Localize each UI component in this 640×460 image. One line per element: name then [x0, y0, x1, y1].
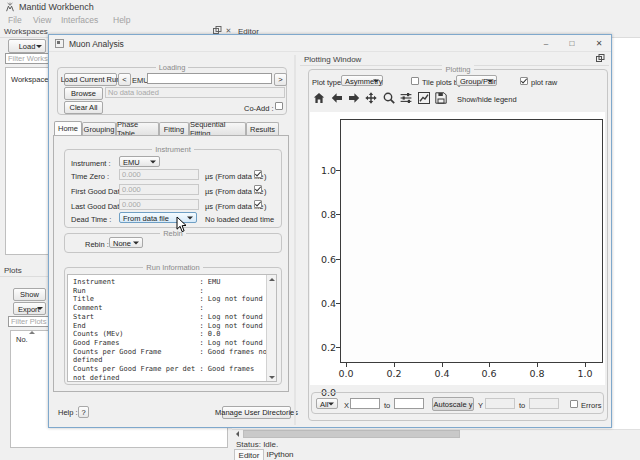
scroll-down-arrow-icon[interactable] [267, 373, 276, 381]
muon-analysis-title-bar: Muon Analysis – □ ✕ [49, 35, 611, 52]
tab-ipython[interactable]: IPython [264, 449, 296, 460]
run-information-group-title: Run Information [143, 263, 202, 272]
clear-all-button[interactable]: Clear All [64, 101, 103, 114]
save-figure-icon[interactable] [435, 92, 447, 104]
errors-label: Errors [581, 401, 601, 410]
menu-file[interactable]: File [8, 15, 22, 25]
dialog-splitter[interactable] [294, 55, 296, 425]
show-hide-legend-label[interactable]: Show/hide legend [457, 95, 517, 104]
autoscale-y-button[interactable]: Autoscale y [432, 397, 474, 411]
plot-selector-combo[interactable]: All [316, 398, 338, 409]
run-number-input[interactable] [147, 73, 272, 84]
menu-view[interactable]: View [33, 15, 51, 25]
configure-subplots-icon[interactable] [400, 92, 412, 104]
tile-plots-by-combo[interactable]: Group/Pair [456, 75, 497, 86]
y-min-input[interactable] [485, 398, 515, 409]
scrollbar-thumb[interactable] [243, 430, 460, 438]
tab-editor[interactable]: Editor [234, 449, 264, 460]
forward-arrow-icon[interactable] [348, 92, 360, 104]
next-run-button[interactable]: > [274, 73, 287, 86]
plotting-group-title: Plotting [442, 65, 473, 74]
mantid-workbench-window: Mantid Workbench File View Interfaces He… [0, 0, 640, 460]
chevron-down-icon [37, 307, 43, 310]
mantid-logo-icon [5, 2, 15, 12]
browse-button[interactable]: Browse [64, 87, 103, 100]
load-status-field: No data loaded [105, 87, 285, 98]
first-good-data-from-file-checkbox[interactable] [254, 185, 262, 193]
help-label: Help : [58, 408, 78, 417]
tab-results[interactable]: Results [246, 122, 279, 135]
tile-plots-checkbox[interactable] [411, 77, 419, 85]
run-information-scrollbar[interactable] [266, 275, 276, 381]
back-arrow-icon[interactable] [331, 92, 343, 104]
window-title: Mantid Workbench [19, 2, 94, 12]
plot-type-combo[interactable]: Asymmetry [341, 75, 383, 86]
maximize-button[interactable]: □ [564, 38, 580, 50]
rebin-combo[interactable]: None [109, 237, 143, 248]
load-current-run-button[interactable]: Load Current Run [64, 73, 117, 86]
tab-fitting[interactable]: Fitting [159, 122, 189, 135]
editor-horizontal-scrollbar[interactable] [232, 429, 640, 439]
menu-help[interactable]: Help [113, 15, 130, 25]
chevron-down-icon [187, 216, 193, 219]
y-tick-label: 0.6 [308, 254, 336, 265]
workspaces-dock-label: Workspaces [4, 27, 48, 36]
edit-curves-icon[interactable] [418, 92, 430, 104]
next-run-label: > [278, 75, 282, 84]
x-tick-label: 0.2 [380, 368, 408, 379]
zoom-magnifier-icon[interactable] [383, 92, 395, 104]
plot-canvas[interactable]: 0.0 0.2 0.4 0.6 0.8 1.0 0.0 0.2 0.4 0.6 … [310, 112, 605, 385]
show-plot-button[interactable]: Show [13, 288, 46, 301]
menu-bar: File View Interfaces Help [0, 13, 640, 25]
clear-all-label: Clear All [70, 103, 98, 112]
time-zero-from-file-checkbox[interactable] [254, 170, 262, 178]
window-title-bar: Mantid Workbench [0, 0, 640, 13]
menu-interfaces[interactable]: Interfaces [61, 15, 98, 25]
chevron-down-icon [150, 160, 156, 163]
muon-tab-bar: Home Grouping Phase Table Fitting Sequen… [54, 121, 289, 135]
tab-phase-table[interactable]: Phase Table [116, 122, 159, 135]
instrument-combo[interactable]: EMU [119, 156, 160, 167]
instrument-combo-value: EMU [123, 157, 140, 166]
load-button[interactable]: Load [8, 39, 46, 53]
close-button[interactable]: ✕ [591, 38, 607, 50]
list-item[interactable]: Workspaces [11, 75, 52, 84]
x-min-input[interactable] [350, 398, 380, 409]
x-tick-label: 0.8 [523, 368, 551, 379]
plot-raw-checkbox[interactable] [520, 77, 528, 85]
plot-raw-label: plot raw [531, 78, 557, 87]
muon-analysis-window[interactable]: Muon Analysis – □ ✕ Loading Load Current… [48, 34, 612, 428]
run-information-textarea[interactable]: Instrument : EMU Run : Title : Log not f… [67, 274, 277, 382]
scroll-up-arrow-icon[interactable] [267, 275, 276, 283]
plot-axes[interactable] [340, 119, 603, 363]
previous-run-button[interactable]: < [118, 73, 131, 86]
last-good-data-from-file-checkbox[interactable] [254, 200, 262, 208]
muon-analysis-title: Muon Analysis [69, 39, 124, 49]
y-max-input[interactable] [529, 398, 559, 409]
instrument-group: Instrument Instrument : EMU Time Zero : … [64, 149, 282, 228]
minimize-button[interactable]: – [538, 38, 554, 50]
x-max-input[interactable] [394, 398, 424, 409]
y-tick-label: 0.4 [308, 298, 336, 309]
first-good-data-unit-end: ) [264, 187, 267, 196]
errors-checkbox[interactable] [570, 400, 578, 408]
x-tick-label: 1.0 [571, 368, 599, 379]
axis-quick-edit-panel: All X to Autoscale y Y to [311, 392, 604, 414]
export-plot-button[interactable]: Export [13, 302, 46, 315]
home-tab-panel: Instrument Instrument : EMU Time Zero : … [53, 135, 289, 392]
help-button-label: ? [81, 408, 85, 417]
manage-user-directories-button[interactable]: Manage User Directories [222, 406, 291, 419]
manage-user-directories-label: Manage User Directories [215, 408, 298, 417]
tab-home[interactable]: Home [54, 121, 82, 135]
help-button[interactable]: ? [78, 406, 89, 418]
tab-grouping[interactable]: Grouping [82, 122, 116, 135]
first-good-data-field: 0.000 [119, 184, 199, 195]
x-tick-label: 0.6 [475, 368, 503, 379]
coadd-checkbox[interactable] [275, 102, 283, 110]
show-plot-label: Show [20, 290, 39, 299]
float-icon[interactable] [596, 54, 605, 63]
pan-move-icon[interactable] [365, 92, 377, 104]
scroll-left-arrow-icon[interactable] [233, 430, 242, 438]
home-icon[interactable] [313, 92, 325, 104]
tab-sequential-fitting[interactable]: Sequential Fitting [189, 122, 246, 135]
